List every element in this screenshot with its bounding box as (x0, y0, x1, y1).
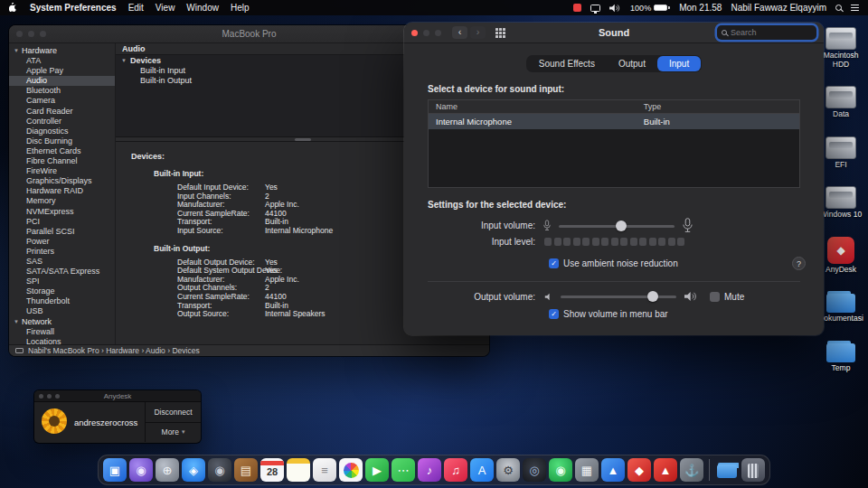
input-volume-slider[interactable] (559, 220, 675, 232)
slider-track[interactable] (561, 296, 676, 298)
tab-output[interactable]: Output (607, 56, 657, 71)
sidebar-item-firewall[interactable]: Firewall (9, 327, 115, 337)
menubar-volume-checkbox[interactable]: ✓ (549, 309, 559, 319)
dock-icon-messages-app[interactable]: ⋯ (392, 458, 415, 482)
dock-icon-music-app[interactable]: ♫ (444, 458, 467, 482)
zoom-button[interactable] (435, 30, 441, 36)
anydesk-titlebar[interactable]: Anydesk (34, 390, 201, 402)
sound-titlebar[interactable]: ‹ › Sound (404, 23, 824, 43)
sidebar-item-ata[interactable]: ATA (9, 56, 115, 66)
dock-icon-system-preferences-app[interactable]: ⚙ (496, 458, 520, 482)
sidebar-item-sas[interactable]: SAS (9, 257, 115, 267)
volume-menu-icon[interactable] (609, 4, 621, 13)
dock-icon-red-app-2[interactable]: ▲ (654, 458, 677, 482)
apple-menu-icon[interactable] (9, 3, 18, 14)
sidebar-section-network[interactable]: ▼Network (9, 317, 115, 327)
sidebar-item-card-reader[interactable]: Card Reader (9, 107, 115, 117)
help-button[interactable]: ? (792, 257, 806, 270)
dock-icon-globe-app[interactable]: ⊕ (156, 458, 179, 482)
tab-input[interactable]: Input (657, 56, 701, 71)
sidebar-item-power[interactable]: Power (9, 237, 115, 247)
menu-help[interactable]: Help (231, 3, 250, 13)
sidebar-item-sata-sata-express[interactable]: SATA/SATA Express (9, 267, 115, 277)
column-header-name[interactable]: Name (429, 102, 644, 111)
search-field[interactable] (717, 25, 816, 40)
sidebar-item-usb[interactable]: USB (9, 306, 115, 316)
sidebar-item-thunderbolt[interactable]: Thunderbolt (9, 296, 115, 306)
sidebar-item-fibre-channel[interactable]: Fibre Channel (9, 156, 115, 166)
sidebar-item-pci[interactable]: PCI (9, 217, 115, 227)
sidebar-item-apple-pay[interactable]: Apple Pay (9, 66, 115, 76)
output-volume-slider[interactable] (561, 290, 676, 303)
dock-icon-podcasts-app[interactable]: ♪ (418, 458, 441, 482)
dock-icon-red-app-1[interactable]: ◆ (627, 458, 651, 482)
minimize-button[interactable] (47, 394, 52, 399)
search-input[interactable] (731, 28, 812, 37)
sidebar-item-camera[interactable]: Camera (9, 96, 115, 106)
dock-icon-calendar-app[interactable]: 28 (260, 458, 284, 482)
device-row-internal-microphone[interactable]: Internal MicrophoneBuilt-in (429, 114, 799, 129)
minimize-button[interactable] (423, 30, 429, 36)
sidebar-item-nvmexpress[interactable]: NVMExpress (9, 207, 115, 217)
disclosure-triangle-icon[interactable]: ▼ (121, 56, 127, 66)
sidebar-item-ethernet-cards[interactable]: Ethernet Cards (9, 146, 115, 156)
show-all-icon[interactable] (495, 28, 505, 38)
more-button[interactable]: More ▾ (146, 422, 201, 443)
back-button[interactable]: ‹ (452, 26, 467, 39)
dock-icon-safari-app[interactable]: ◈ (182, 458, 205, 482)
dock-icon-notes-app[interactable] (287, 458, 310, 482)
sidebar-item-parallel-scsi[interactable]: Parallel SCSI (9, 227, 115, 237)
sidebar-item-spi[interactable]: SPI (9, 277, 115, 286)
sidebar-item-controller[interactable]: Controller (9, 117, 115, 127)
anydesk-menu-icon[interactable] (573, 4, 581, 12)
dock-icon-remote-desktop-app[interactable]: ▣ (103, 458, 127, 482)
dock-icon-books-app[interactable]: ▤ (234, 458, 258, 482)
zoom-button[interactable] (55, 394, 60, 399)
close-button[interactable] (16, 31, 23, 37)
ambient-checkbox[interactable]: ✓ (549, 258, 559, 268)
menu-edit[interactable]: Edit (128, 3, 144, 13)
battery-indicator[interactable]: 100% (630, 4, 670, 13)
input-volume-thumb[interactable] (616, 221, 627, 231)
sidebar-item-storage[interactable]: Storage (9, 286, 115, 296)
mute-checkbox[interactable] (710, 292, 720, 302)
sidebar-item-bluetooth[interactable]: Bluetooth (9, 86, 115, 96)
sidebar-item-locations[interactable]: Locations (9, 337, 115, 344)
sidebar-item-hardware-raid[interactable]: Hardware RAID (9, 186, 115, 196)
close-button[interactable] (39, 394, 43, 399)
sidebar-item-firewire[interactable]: FireWire (9, 166, 115, 176)
sidebar-item-disc-burning[interactable]: Disc Burning (9, 136, 115, 146)
forward-button[interactable]: › (470, 26, 486, 39)
close-button[interactable] (411, 30, 418, 36)
menu-clock[interactable]: Mon 21.58 (679, 3, 722, 13)
sidebar-item-diagnostics[interactable]: Diagnostics (9, 127, 115, 136)
dock-icon-textedit-app[interactable]: ≡ (313, 458, 336, 482)
dock-icon-trash[interactable] (741, 458, 765, 482)
dock-icon-purple-orb-app[interactable]: ◉ (129, 458, 153, 482)
sidebar-item-printers[interactable]: Printers (9, 247, 115, 257)
sidebar-item-graphics-displays[interactable]: Graphics/Displays (9, 176, 115, 186)
dock-icon-photos-app[interactable] (339, 458, 363, 482)
menu-view[interactable]: View (156, 3, 175, 13)
dock-icon-camera-lens-app[interactable]: ◎ (523, 458, 546, 482)
sidebar-item-memory[interactable]: Memory (9, 196, 115, 206)
minimize-button[interactable] (28, 31, 34, 37)
dock-icon-dark-orb-app[interactable]: ◉ (208, 458, 231, 482)
dock-icon-app-store-app[interactable]: A (470, 458, 494, 482)
menu-user-name[interactable]: Nabil Fawwaz Elqayyim (731, 3, 826, 13)
desktop-icon-temp[interactable]: Temp (816, 341, 866, 373)
dock-icon-blue-arrow-app[interactable]: ▲ (601, 458, 625, 482)
display-menu-icon[interactable] (590, 5, 600, 12)
dock-icon-facetime-app[interactable]: ▶ (365, 458, 389, 482)
disconnect-button[interactable]: Disconnect (146, 402, 201, 422)
column-header-type[interactable]: Type (644, 102, 799, 111)
dock-icon-downloads-folder[interactable] (715, 458, 739, 482)
spotlight-icon[interactable] (835, 5, 842, 11)
menu-window[interactable]: Window (186, 3, 219, 13)
output-volume-thumb[interactable] (647, 291, 658, 302)
sidebar-item-audio[interactable]: Audio (9, 76, 115, 86)
menu-list-icon[interactable] (851, 5, 859, 11)
zoom-button[interactable] (40, 31, 46, 37)
app-menu-title[interactable]: System Preferences (30, 3, 117, 13)
dock-icon-anchor-app[interactable]: ⚓ (680, 458, 703, 482)
